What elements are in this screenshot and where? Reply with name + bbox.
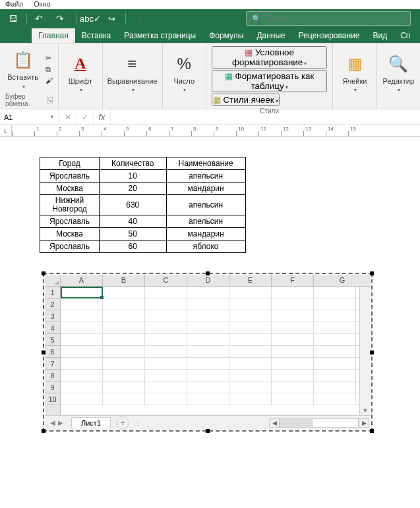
cell[interactable] [229,358,272,369]
tab-view[interactable]: Вид [366,28,394,43]
cell[interactable] [272,346,314,357]
cell[interactable] [272,287,314,298]
resize-handle-tm[interactable] [206,271,210,275]
resize-handle-mr[interactable] [370,351,374,354]
cell[interactable] [229,334,272,345]
col-header[interactable]: G [314,275,371,286]
cell[interactable] [272,381,314,393]
conditional-format-button[interactable]: ▦ Условное форматирование [212,46,327,69]
row-header[interactable]: 4 [45,322,60,334]
col-header[interactable]: A [61,275,103,286]
cell[interactable] [272,370,314,381]
copy-button[interactable]: ⧉ [44,65,54,74]
tab-help[interactable]: Сп [394,28,417,43]
cell[interactable] [229,298,272,310]
tab-splitter[interactable]: ⋮ [129,419,148,426]
horizontal-ruler[interactable] [0,125,420,137]
nav-prev-icon[interactable]: ◀ [50,419,55,426]
cell[interactable] [229,322,272,333]
tab-data[interactable]: Данные [250,28,291,43]
cell[interactable] [145,322,187,333]
number-button[interactable]: % Число [165,51,202,94]
cells-button[interactable]: ▦ Ячейки [336,51,373,94]
cell[interactable] [314,287,356,298]
cell[interactable] [103,298,145,310]
cell[interactable] [61,322,103,333]
save-button[interactable]: 🖫 [4,11,21,26]
cell[interactable] [314,393,356,405]
cell[interactable] [103,310,145,322]
redo-button[interactable]: ↷ [53,11,71,26]
vertical-scrollbar[interactable]: ▼ [359,287,371,415]
row-header[interactable]: 6 [45,346,60,358]
cut-button[interactable]: ✂ [44,53,54,63]
tab-review[interactable]: Рецензирование [292,28,367,43]
scroll-thumb[interactable] [280,419,313,427]
clipboard-launcher[interactable]: ↘ [47,97,53,103]
cell[interactable] [272,298,314,310]
cell[interactable] [61,381,103,393]
cell[interactable] [314,358,356,369]
cell[interactable] [229,393,272,405]
search-box[interactable]: 🔍 [246,11,411,26]
cells-area[interactable] [61,287,359,415]
cell[interactable] [145,334,187,345]
cell[interactable] [187,298,229,310]
col-header[interactable]: D [187,275,229,286]
cell[interactable] [187,287,229,298]
cell[interactable] [314,346,356,357]
sheet-nav[interactable]: ◀▶ [45,419,69,426]
accept-formula-button[interactable]: ✓ [76,109,94,125]
horizontal-scrollbar[interactable]: ◀ ▶ [269,418,371,428]
cell[interactable] [145,358,187,369]
cell[interactable] [187,322,229,333]
cell[interactable] [145,310,187,322]
cell[interactable] [103,370,145,381]
cancel-formula-button[interactable]: ✕ [59,109,76,125]
active-cell-outline[interactable] [61,287,103,298]
resize-handle-tr[interactable] [370,271,374,275]
cell[interactable] [187,310,229,322]
font-button[interactable]: A Шрифт [62,51,99,94]
search-input[interactable] [266,14,405,23]
resize-handle-bm[interactable] [206,429,210,433]
cell[interactable] [61,393,103,405]
cell[interactable] [229,287,272,298]
cell[interactable] [145,381,187,393]
row-header[interactable]: 10 [45,393,60,405]
name-box[interactable]: A1 ▼ [0,109,59,125]
row-header[interactable]: 3 [45,310,60,322]
cell[interactable] [272,310,314,322]
cell[interactable] [272,358,314,369]
col-header[interactable]: F [272,275,314,286]
cell-styles-button[interactable]: ▦ Стили ячеек [212,94,280,106]
col-header[interactable]: E [229,275,272,286]
cell[interactable] [145,346,187,357]
sheet-tab[interactable]: Лист1 [71,417,111,428]
cell[interactable] [187,381,229,393]
cell[interactable] [61,310,103,322]
cell[interactable] [103,334,145,345]
row-header[interactable]: 1 [45,287,60,298]
cell[interactable] [145,393,187,405]
qat-action-2[interactable]: ↪ [103,11,120,26]
cell[interactable] [314,310,356,322]
cell[interactable] [229,346,272,357]
qat-action-1[interactable]: abc✓ [82,11,99,26]
cell[interactable] [314,370,356,381]
cell[interactable] [314,298,356,310]
menu-window[interactable]: Окно [34,0,51,9]
cell[interactable] [103,393,145,405]
row-header[interactable]: 2 [45,298,60,310]
resize-handle-br[interactable] [370,429,374,433]
fx-button[interactable]: fx [94,109,111,125]
cell[interactable] [314,322,356,333]
select-all-corner[interactable] [45,275,61,286]
undo-button[interactable]: ↶ [32,11,49,26]
resize-handle-bl[interactable] [42,429,45,433]
menu-file[interactable]: Файл [5,0,23,9]
row-header[interactable]: 8 [45,370,60,381]
cell[interactable] [103,346,145,357]
scroll-right-button[interactable]: ▶ [359,418,369,428]
cell[interactable] [187,370,229,381]
